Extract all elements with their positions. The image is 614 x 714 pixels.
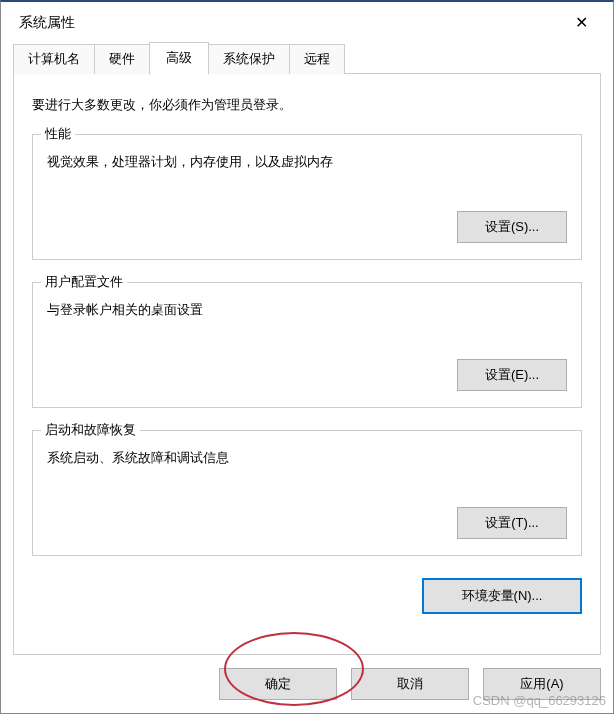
close-button[interactable]: ✕ <box>563 9 599 37</box>
user-profiles-settings-button[interactable]: 设置(E)... <box>457 359 567 391</box>
apply-button[interactable]: 应用(A) <box>483 668 601 700</box>
advanced-panel: 要进行大多数更改，你必须作为管理员登录。 性能 视觉效果，处理器计划，内存使用，… <box>13 73 601 655</box>
user-profiles-title: 用户配置文件 <box>41 273 127 291</box>
performance-desc: 视觉效果，处理器计划，内存使用，以及虚拟内存 <box>47 153 567 171</box>
tab-strip: 计算机名 硬件 高级 系统保护 远程 <box>13 44 601 74</box>
startup-recovery-group: 启动和故障恢复 系统启动、系统故障和调试信息 设置(T)... <box>32 430 582 556</box>
tab-hardware[interactable]: 硬件 <box>94 44 150 74</box>
performance-group: 性能 视觉效果，处理器计划，内存使用，以及虚拟内存 设置(S)... <box>32 134 582 260</box>
tab-system-protection[interactable]: 系统保护 <box>208 44 290 74</box>
ok-button[interactable]: 确定 <box>219 668 337 700</box>
user-profiles-desc: 与登录帐户相关的桌面设置 <box>47 301 567 319</box>
performance-settings-button[interactable]: 设置(S)... <box>457 211 567 243</box>
tab-advanced[interactable]: 高级 <box>149 42 209 75</box>
user-profiles-group: 用户配置文件 与登录帐户相关的桌面设置 设置(E)... <box>32 282 582 408</box>
environment-variables-button[interactable]: 环境变量(N)... <box>422 578 582 614</box>
tab-computer-name[interactable]: 计算机名 <box>13 44 95 74</box>
dialog-footer: 确定 取消 应用(A) <box>1 655 613 713</box>
titlebar: 系统属性 ✕ <box>1 2 613 44</box>
performance-button-row: 设置(S)... <box>47 211 567 243</box>
window-title: 系统属性 <box>19 14 563 32</box>
admin-instruction: 要进行大多数更改，你必须作为管理员登录。 <box>32 96 582 114</box>
startup-recovery-title: 启动和故障恢复 <box>41 421 140 439</box>
tab-remote[interactable]: 远程 <box>289 44 345 74</box>
performance-title: 性能 <box>41 125 75 143</box>
close-icon: ✕ <box>575 15 588 31</box>
cancel-button[interactable]: 取消 <box>351 668 469 700</box>
startup-recovery-button-row: 设置(T)... <box>47 507 567 539</box>
env-button-row: 环境变量(N)... <box>32 578 582 614</box>
startup-recovery-desc: 系统启动、系统故障和调试信息 <box>47 449 567 467</box>
system-properties-window: 系统属性 ✕ 计算机名 硬件 高级 系统保护 远程 要进行大多数更改，你必须作为… <box>0 0 614 714</box>
startup-recovery-settings-button[interactable]: 设置(T)... <box>457 507 567 539</box>
dialog-body: 计算机名 硬件 高级 系统保护 远程 要进行大多数更改，你必须作为管理员登录。 … <box>1 44 613 655</box>
user-profiles-button-row: 设置(E)... <box>47 359 567 391</box>
